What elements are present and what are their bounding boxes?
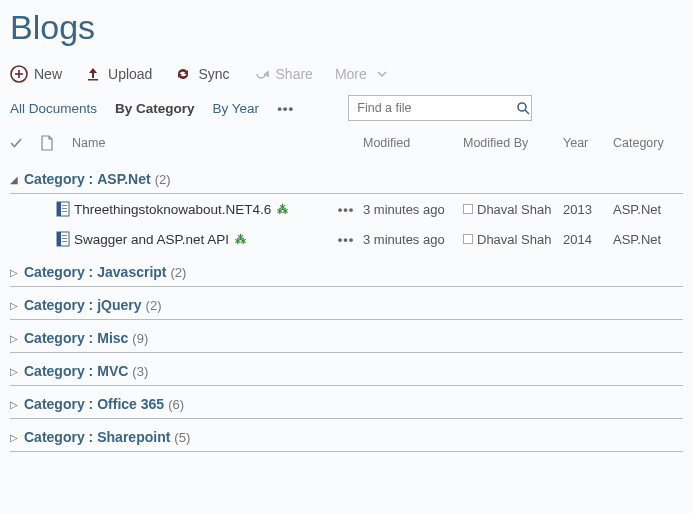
item-modified: 3 minutes ago: [363, 232, 463, 247]
view-by-category[interactable]: By Category: [115, 101, 195, 116]
caret-right-icon: ▷: [10, 432, 24, 443]
caret-right-icon: ▷: [10, 366, 24, 377]
item-year: 2014: [563, 232, 613, 247]
new-label: New: [34, 66, 62, 82]
group-value: Misc: [97, 330, 128, 346]
views-more-ellipsis[interactable]: •••: [277, 101, 294, 116]
more-label: More: [335, 66, 367, 82]
group-header[interactable]: ▷Category :Javascript(2): [10, 254, 683, 287]
caret-right-icon: ▷: [10, 399, 24, 410]
upload-label: Upload: [108, 66, 152, 82]
svg-rect-9: [62, 208, 67, 209]
group-label: Category :: [24, 429, 93, 445]
group-value: Office 365: [97, 396, 164, 412]
svg-line-5: [525, 110, 529, 114]
group-label: Category :: [24, 171, 93, 187]
group-value: ASP.Net: [97, 171, 150, 187]
list-item[interactable]: Threethingstoknowabout.NET4.6 ⁂•••3 minu…: [10, 194, 683, 224]
column-category[interactable]: Category: [613, 136, 683, 150]
toolbar: New Upload Sync Share More: [10, 65, 683, 83]
item-modified: 3 minutes ago: [363, 202, 463, 217]
column-year[interactable]: Year: [563, 136, 613, 150]
share-icon: [252, 65, 270, 83]
group-value: Sharepoint: [97, 429, 170, 445]
group-label: Category :: [24, 330, 93, 346]
group-header[interactable]: ▷Category :MVC(3): [10, 353, 683, 386]
list-item[interactable]: Swagger and ASP.net API ⁂•••3 minutes ag…: [10, 224, 683, 254]
group-header[interactable]: ▷Category :Office 365(6): [10, 386, 683, 419]
item-year: 2013: [563, 202, 613, 217]
type-column-icon[interactable]: [40, 135, 68, 151]
presence-icon: [463, 204, 473, 214]
search-box[interactable]: [348, 95, 532, 121]
search-icon[interactable]: [516, 101, 530, 115]
caret-right-icon: ▷: [10, 267, 24, 278]
column-modified[interactable]: Modified: [363, 136, 463, 150]
group-label: Category :: [24, 363, 93, 379]
item-name[interactable]: Swagger and ASP.net API ⁂: [74, 232, 329, 247]
caret-down-icon: ◢: [10, 174, 24, 185]
group-value: Javascript: [97, 264, 166, 280]
sync-icon: [174, 65, 192, 83]
item-modified-by[interactable]: Dhaval Shah: [463, 232, 563, 247]
view-all-documents[interactable]: All Documents: [10, 101, 97, 116]
new-badge-icon: ⁂: [235, 233, 246, 246]
share-label: Share: [276, 66, 313, 82]
plus-circle-icon: [10, 65, 28, 83]
word-doc-icon: [52, 201, 74, 217]
svg-rect-8: [62, 205, 67, 206]
group-header[interactable]: ▷Category :Misc(9): [10, 320, 683, 353]
column-headers: Name Modified Modified By Year Category: [10, 135, 683, 151]
upload-icon: [84, 65, 102, 83]
group-count: (2): [155, 172, 171, 187]
item-menu-ellipsis[interactable]: •••: [329, 202, 363, 217]
group-count: (5): [174, 430, 190, 445]
svg-rect-13: [62, 235, 67, 236]
word-doc-icon: [52, 231, 74, 247]
column-name[interactable]: Name: [68, 136, 363, 150]
item-category: ASP.Net: [613, 232, 683, 247]
group-label: Category :: [24, 264, 93, 280]
new-button[interactable]: New: [10, 65, 62, 83]
sync-button[interactable]: Sync: [174, 65, 229, 83]
column-modified-by[interactable]: Modified By: [463, 136, 563, 150]
share-button[interactable]: Share: [252, 65, 313, 83]
group-label: Category :: [24, 297, 93, 313]
new-badge-icon: ⁂: [277, 203, 288, 216]
page-title: Blogs: [10, 8, 683, 47]
svg-rect-7: [57, 202, 61, 216]
search-input[interactable]: [355, 100, 516, 116]
item-menu-ellipsis[interactable]: •••: [329, 232, 363, 247]
sync-label: Sync: [198, 66, 229, 82]
svg-rect-10: [62, 211, 67, 212]
group-count: (2): [171, 265, 187, 280]
caret-right-icon: ▷: [10, 333, 24, 344]
svg-point-4: [518, 103, 526, 111]
view-bar: All Documents By Category By Year •••: [10, 95, 683, 121]
group-value: jQuery: [97, 297, 141, 313]
groups-container: ◢Category :ASP.Net(2)Threethingstoknowab…: [10, 161, 683, 452]
svg-rect-14: [62, 238, 67, 239]
group-header[interactable]: ▷Category :Sharepoint(5): [10, 419, 683, 452]
svg-rect-3: [88, 79, 98, 81]
svg-rect-15: [62, 241, 67, 242]
item-modified-by[interactable]: Dhaval Shah: [463, 202, 563, 217]
item-name[interactable]: Threethingstoknowabout.NET4.6 ⁂: [74, 202, 329, 217]
select-all-check[interactable]: [10, 137, 40, 149]
view-by-year[interactable]: By Year: [213, 101, 260, 116]
presence-icon: [463, 234, 473, 244]
upload-button[interactable]: Upload: [84, 65, 152, 83]
group-header[interactable]: ▷Category :jQuery(2): [10, 287, 683, 320]
svg-rect-12: [57, 232, 61, 246]
group-header[interactable]: ◢Category :ASP.Net(2): [10, 161, 683, 194]
group-value: MVC: [97, 363, 128, 379]
group-count: (6): [168, 397, 184, 412]
group-count: (9): [132, 331, 148, 346]
caret-right-icon: ▷: [10, 300, 24, 311]
group-count: (3): [132, 364, 148, 379]
chevron-down-icon: [373, 65, 391, 83]
item-category: ASP.Net: [613, 202, 683, 217]
group-label: Category :: [24, 396, 93, 412]
group-count: (2): [146, 298, 162, 313]
more-button[interactable]: More: [335, 65, 391, 83]
